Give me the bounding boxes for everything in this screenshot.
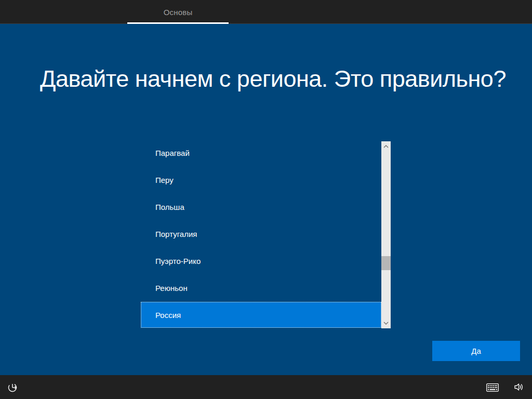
region-list-item-label: Реюньон xyxy=(155,284,188,292)
region-list-item-label: Португалия xyxy=(155,230,197,238)
region-list-item[interactable]: Реюньон xyxy=(141,274,381,301)
bottom-bar xyxy=(0,375,532,399)
region-list-item-label: Пуэрто-Рико xyxy=(155,257,201,265)
region-list-item[interactable]: Польша xyxy=(141,193,381,220)
top-bar: Основы xyxy=(0,0,532,24)
ease-of-access-button[interactable] xyxy=(6,381,19,394)
yes-button-label: Да xyxy=(471,347,481,355)
region-list-item-label: Перу xyxy=(155,176,174,184)
volume-button[interactable] xyxy=(513,381,524,393)
volume-icon xyxy=(513,382,524,392)
chevron-down-icon xyxy=(383,322,389,325)
region-list-item[interactable]: Португалия xyxy=(141,220,381,247)
region-list-item[interactable]: Парагвай xyxy=(141,139,381,166)
tab-basics[interactable]: Основы xyxy=(127,0,229,24)
yes-button[interactable]: Да xyxy=(432,341,520,361)
keyboard-button[interactable] xyxy=(486,383,499,392)
region-list-item-label: Польша xyxy=(155,203,184,211)
ease-of-access-icon xyxy=(7,382,18,393)
tab-basics-label: Основы xyxy=(164,8,193,17)
keyboard-icon xyxy=(486,383,499,392)
page-title: Давайте начнем с региона. Это правильно? xyxy=(40,65,508,92)
scroll-down-button[interactable] xyxy=(381,319,391,327)
region-list: ПарагвайПеруПольшаПортугалияПуэрто-РикоР… xyxy=(141,139,381,328)
region-list-item-label: Парагвай xyxy=(155,149,190,157)
region-list-scrollbar[interactable] xyxy=(381,141,391,328)
region-list-item[interactable]: Перу xyxy=(141,166,381,193)
region-list-item[interactable]: Россия xyxy=(141,302,381,328)
chevron-up-icon xyxy=(383,145,389,148)
region-list-item[interactable]: Пуэрто-Рико xyxy=(141,247,381,274)
region-list-item-label: Россия xyxy=(155,311,181,320)
active-tab-underline xyxy=(127,22,229,24)
scroll-up-button[interactable] xyxy=(381,142,391,151)
scrollbar-thumb[interactable] xyxy=(381,256,391,270)
